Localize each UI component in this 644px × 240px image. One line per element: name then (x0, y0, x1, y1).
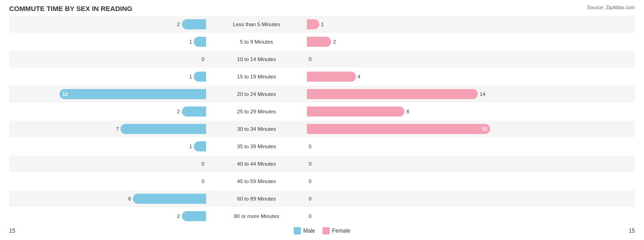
legend-male-label: Male (303, 228, 315, 234)
chart-title: COMMUTE TIME BY SEX IN READING (9, 5, 132, 12)
row-label: 45 to 59 Minutes (206, 179, 307, 184)
female-value: 4 (358, 74, 365, 79)
chart-row: 010 to 14 Minutes0 (9, 51, 635, 67)
row-label: 25 to 29 Minutes (206, 109, 307, 114)
legend-male: Male (294, 227, 315, 234)
bar-left-container: 1 (9, 33, 206, 50)
legend-male-box (294, 227, 301, 234)
male-value: 6 (124, 196, 131, 201)
bar-left-container: 6 (9, 190, 206, 207)
female-value: 2 (333, 39, 340, 45)
bar-left-container: 1 (9, 138, 206, 155)
legend: Male Female (294, 227, 350, 234)
male-value: 1 (185, 39, 192, 45)
female-value: 0 (309, 196, 316, 201)
bar-right-container: 2 (307, 33, 504, 50)
bar-left-container: 1 (9, 68, 206, 85)
row-label: 15 to 19 Minutes (206, 74, 307, 79)
bar-left-container: 12 (9, 86, 206, 102)
bar-right-container: 0 (307, 51, 504, 67)
chart-row: 1220 to 24 Minutes14 (9, 86, 635, 102)
bar-right-container: 15 (307, 121, 504, 137)
bar-left-container: 0 (9, 173, 206, 190)
male-value: 2 (173, 213, 180, 219)
chart-body: 2Less than 5 Minutes115 to 9 Minutes2010… (9, 16, 635, 224)
axis-label-right: 15 (617, 228, 635, 234)
male-value: 0 (197, 161, 204, 167)
bar-left-container: 2 (9, 208, 206, 224)
female-value: 0 (309, 179, 316, 184)
bar-right-container: 0 (307, 156, 504, 172)
row-label: 10 to 14 Minutes (206, 56, 307, 62)
bar-left-container: 2 (9, 103, 206, 120)
bar-right-container: 14 (307, 86, 504, 102)
female-value: 0 (309, 56, 316, 62)
bar-right-container: 0 (307, 173, 504, 190)
legend-female-label: Female (332, 228, 350, 234)
female-value: 1 (321, 22, 328, 27)
bar-right-container: 0 (307, 138, 504, 155)
bar-right-container: 0 (307, 208, 504, 224)
bar-left-container: 0 (9, 51, 206, 67)
axis-label-left: 15 (9, 228, 27, 234)
chart-container: COMMUTE TIME BY SEX IN READING Source: Z… (9, 5, 635, 234)
male-value: 1 (185, 144, 192, 149)
male-value: 2 (173, 109, 180, 114)
female-value: 0 (309, 144, 316, 149)
male-value: 0 (197, 56, 204, 62)
legend-female-box (322, 227, 330, 234)
bar-left-container: 2 (9, 16, 206, 33)
female-value: 0 (309, 213, 316, 219)
chart-row: 135 to 39 Minutes0 (9, 138, 635, 155)
female-value: 8 (406, 109, 414, 114)
bar-right-container: 1 (307, 16, 504, 33)
chart-row: 045 to 59 Minutes0 (9, 173, 635, 190)
chart-footer: 15 Male Female 15 (9, 227, 635, 234)
chart-row: 290 or more Minutes0 (9, 208, 635, 224)
chart-row: 2Less than 5 Minutes1 (9, 16, 635, 33)
chart-row: 730 to 34 Minutes15 (9, 121, 635, 137)
bar-right-container: 4 (307, 68, 504, 85)
bar-right-container: 8 (307, 103, 504, 120)
chart-source: Source: ZipAtlas.com (587, 5, 635, 10)
row-label: 40 to 44 Minutes (206, 161, 307, 167)
chart-row: 225 to 29 Minutes8 (9, 103, 635, 120)
male-value: 1 (185, 74, 192, 79)
row-label: 20 to 24 Minutes (206, 91, 307, 97)
chart-row: 660 to 89 Minutes0 (9, 190, 635, 207)
chart-row: 115 to 19 Minutes4 (9, 68, 635, 85)
bar-right-container: 0 (307, 190, 504, 207)
row-label: 5 to 9 Minutes (206, 39, 307, 45)
male-value: 2 (173, 22, 180, 27)
female-value: 0 (309, 161, 316, 167)
male-value: 0 (197, 179, 204, 184)
male-value: 7 (111, 126, 119, 132)
row-label: 30 to 34 Minutes (206, 126, 307, 132)
row-label: 90 or more Minutes (206, 213, 307, 219)
chart-row: 040 to 44 Minutes0 (9, 156, 635, 172)
female-value: 14 (480, 91, 487, 97)
chart-row: 15 to 9 Minutes2 (9, 33, 635, 50)
row-label: 60 to 89 Minutes (206, 196, 307, 201)
row-label: 35 to 39 Minutes (206, 144, 307, 149)
bar-left-container: 0 (9, 156, 206, 172)
legend-female: Female (322, 227, 350, 234)
chart-header: COMMUTE TIME BY SEX IN READING Source: Z… (9, 5, 635, 12)
row-label: Less than 5 Minutes (206, 22, 307, 27)
bar-left-container: 7 (9, 121, 206, 137)
